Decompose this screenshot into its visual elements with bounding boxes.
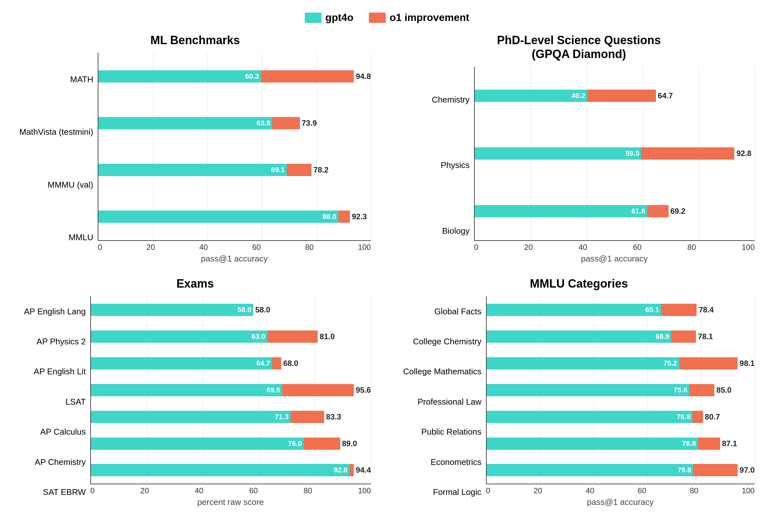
chart-phd-science: PhD-Level Science Questions(GPQA Diamond… [397, 30, 761, 267]
x-tick-60: 60 [638, 486, 646, 495]
bars-area-phd-science: 40.264.759.592.861.669.2 [474, 67, 755, 241]
bar-o1-value-exams-2: 68.0 [283, 359, 298, 368]
bar-gpt4o-value-mmlu-categories-4: 76.8 [677, 413, 690, 421]
bar-o1-exams-4 [291, 411, 324, 423]
bar-row-phd-science-2: 61.669.2 [475, 205, 755, 217]
bars-area-mmlu-categories: 65.178.468.978.175.298.175.685.076.880.7… [486, 296, 755, 484]
chart-body-ml-benchmarks: 60.394.863.873.969.178.288.092.302040608… [98, 53, 371, 264]
bar-o1-ml-benchmarks-3 [338, 211, 350, 223]
x-tick-0: 0 [474, 243, 478, 252]
legend-o1: o1 improvement [369, 12, 469, 24]
bar-o1-value-exams-5: 89.0 [342, 439, 357, 448]
x-tick-40: 40 [195, 486, 203, 495]
x-tick-0: 0 [486, 486, 490, 495]
chart-mmlu-categories: MMLU CategoriesGlobal FactsCollege Chemi… [397, 273, 761, 510]
bar-o1-value-mmlu-categories-1: 78.1 [698, 332, 713, 341]
bar-gpt4o-mmlu-categories-0: 65.1 [487, 304, 661, 316]
bar-row-ml-benchmarks-1: 63.873.9 [98, 117, 371, 129]
bar-o1-mmlu-categories-4 [692, 411, 703, 423]
gpt4o-label: gpt4o [325, 12, 353, 24]
bar-o1-value-mmlu-categories-0: 78.4 [699, 305, 714, 314]
bar-o1-value-exams-6: 94.4 [356, 466, 371, 475]
bar-gpt4o-value-ml-benchmarks-0: 60.3 [245, 72, 259, 81]
bar-row-mmlu-categories-3: 75.685.0 [487, 384, 755, 396]
y-label-mmlu-categories-3: Professional Law [418, 397, 481, 407]
bar-row-mmlu-categories-5: 78.887.1 [487, 438, 755, 450]
x-tick-100: 100 [742, 243, 755, 252]
chart-title-exams: Exams [176, 277, 214, 291]
bar-gpt4o-phd-science-0: 40.2 [475, 90, 587, 102]
bar-row-phd-science-1: 59.592.8 [475, 147, 755, 160]
bar-gpt4o-mmlu-categories-5: 78.8 [487, 438, 698, 450]
bar-gpt4o-ml-benchmarks-0: 60.3 [98, 70, 261, 83]
x-tick-20: 20 [146, 243, 155, 252]
bar-gpt4o-value-ml-benchmarks-1: 63.8 [256, 119, 270, 127]
bar-o1-phd-science-1 [641, 147, 734, 160]
bar-gpt4o-value-phd-science-1: 59.5 [626, 149, 640, 158]
x-tick-40: 40 [586, 486, 594, 495]
y-label-mmlu-categories-1: College Chemistry [413, 337, 481, 346]
bar-gpt4o-exams-6: 92.8 [91, 464, 349, 476]
bar-gpt4o-value-exams-4: 71.3 [275, 413, 289, 421]
bar-o1-value-exams-3: 95.6 [356, 386, 371, 395]
bar-gpt4o-value-mmlu-categories-0: 65.1 [645, 306, 659, 314]
bar-o1-mmlu-categories-0 [661, 304, 697, 316]
bar-gpt4o-value-mmlu-categories-1: 68.9 [656, 332, 670, 341]
x-title-ml-benchmarks: pass@1 accuracy [98, 254, 371, 264]
bar-gpt4o-ml-benchmarks-2: 69.1 [98, 164, 287, 176]
bar-row-phd-science-0: 40.264.7 [475, 90, 755, 102]
y-label-mmlu-categories-4: Public Relations [421, 427, 481, 437]
bar-gpt4o-mmlu-categories-1: 68.9 [487, 330, 671, 343]
bar-o1-value-exams-0: 58.0 [255, 305, 270, 314]
bar-o1-value-ml-benchmarks-0: 94.8 [356, 72, 371, 81]
x-title-phd-science: pass@1 accuracy [474, 254, 755, 264]
bar-o1-value-mmlu-categories-6: 97.0 [739, 466, 755, 475]
y-label-phd-science-2: Biology [442, 226, 470, 236]
y-label-phd-science-1: Physics [441, 161, 470, 170]
bar-gpt4o-value-exams-2: 64.7 [256, 359, 270, 368]
y-label-exams-2: AP English Lit [34, 367, 86, 376]
bar-gpt4o-exams-2: 64.7 [91, 357, 272, 369]
y-label-phd-science-0: Chemistry [432, 95, 470, 104]
bar-o1-value-exams-1: 81.0 [320, 332, 335, 341]
chart-body-exams: 58.058.063.081.064.768.069.595.671.383.3… [90, 296, 371, 507]
bar-gpt4o-phd-science-2: 61.6 [475, 205, 647, 217]
bar-gpt4o-value-mmlu-categories-6: 79.8 [677, 466, 691, 474]
x-axis-ml-benchmarks: 020406080100 [98, 241, 371, 252]
bar-row-mmlu-categories-0: 65.178.4 [487, 304, 755, 316]
y-label-exams-3: LSAT [65, 397, 86, 407]
grid-line-100 [755, 67, 755, 240]
grid-line-100 [371, 296, 371, 484]
x-tick-0: 0 [90, 486, 94, 495]
bar-row-exams-6: 92.894.4 [91, 464, 371, 476]
x-axis-mmlu-categories: 020406080100 [486, 484, 755, 496]
bar-gpt4o-value-mmlu-categories-3: 75.6 [673, 386, 687, 394]
bar-o1-value-ml-benchmarks-1: 73.9 [302, 119, 317, 128]
bar-gpt4o-value-ml-benchmarks-3: 88.0 [323, 212, 336, 221]
bar-o1-exams-5 [304, 438, 340, 450]
bar-o1-mmlu-categories-5 [698, 438, 720, 450]
x-tick-80: 80 [303, 486, 312, 495]
bar-o1-mmlu-categories-3 [689, 384, 714, 396]
bar-row-mmlu-categories-4: 76.880.7 [487, 411, 755, 423]
bar-o1-exams-3 [282, 384, 354, 396]
bar-row-mmlu-categories-1: 68.978.1 [487, 330, 755, 343]
bar-o1-phd-science-0 [587, 90, 656, 102]
bar-o1-mmlu-categories-1 [671, 330, 696, 343]
bars-area-ml-benchmarks: 60.394.863.873.969.178.288.092.3 [98, 53, 371, 241]
bar-row-ml-benchmarks-0: 60.394.8 [98, 70, 371, 83]
bar-gpt4o-value-phd-science-0: 40.2 [571, 92, 585, 100]
bar-o1-exams-1 [267, 330, 318, 343]
grid-line-100 [371, 53, 371, 240]
bar-o1-value-exams-4: 83.3 [326, 412, 341, 421]
chart-area-exams: AP English LangAP Physics 2AP English Li… [19, 296, 371, 507]
bar-gpt4o-mmlu-categories-6: 79.8 [487, 464, 693, 476]
y-label-ml-benchmarks-2: MMMU (val) [48, 180, 94, 190]
x-tick-80: 80 [305, 243, 314, 252]
bar-row-ml-benchmarks-2: 69.178.2 [98, 164, 371, 176]
y-label-exams-5: AP Chemistry [35, 458, 86, 467]
chart-area-phd-science: ChemistryPhysicsBiology40.264.759.592.86… [403, 67, 755, 264]
bars-area-exams: 58.058.063.081.064.768.069.595.671.383.3… [90, 296, 371, 484]
x-tick-100: 100 [742, 486, 755, 495]
bar-gpt4o-value-phd-science-2: 61.6 [631, 207, 645, 215]
